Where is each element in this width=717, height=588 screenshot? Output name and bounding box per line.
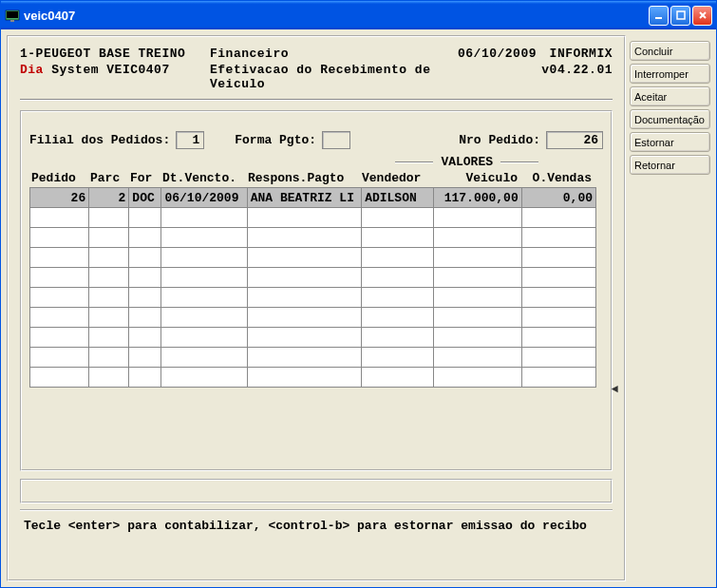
close-button[interactable] [692,6,712,26]
table-cell[interactable] [434,268,521,288]
table-cell[interactable] [161,248,247,268]
table-cell[interactable] [247,248,361,268]
table-cell[interactable] [521,308,595,328]
table-cell[interactable] [89,348,129,368]
table-cell[interactable] [362,208,434,228]
table-cell[interactable] [161,288,247,308]
data-grid[interactable]: 262DOC06/10/2009ANA BEATRIZ LIADILSON117… [29,187,596,388]
table-cell[interactable] [129,348,161,368]
table-cell[interactable] [30,348,89,368]
table-cell[interactable] [247,268,361,288]
table-cell[interactable] [161,268,247,288]
table-cell[interactable] [521,228,595,248]
table-row[interactable] [30,208,596,228]
table-row[interactable] [30,228,596,248]
table-cell[interactable] [89,248,129,268]
table-cell[interactable] [434,288,521,308]
table-cell[interactable]: DOC [129,188,161,208]
estornar-button[interactable]: Estornar [630,132,710,152]
table-cell[interactable] [30,228,89,248]
table-cell[interactable] [247,308,361,328]
retornar-button[interactable]: Retornar [630,155,710,175]
table-cell[interactable]: 2 [89,188,129,208]
table-cell[interactable] [247,208,361,228]
table-cell[interactable] [89,268,129,288]
table-cell[interactable] [521,208,595,228]
table-cell[interactable] [434,348,521,368]
table-cell[interactable] [30,328,89,348]
table-cell[interactable] [434,308,521,328]
table-cell[interactable] [129,308,161,328]
table-cell[interactable] [521,288,595,308]
table-row[interactable] [30,288,596,308]
table-cell[interactable] [521,348,595,368]
table-cell[interactable] [247,288,361,308]
table-cell[interactable] [247,348,361,368]
aceitar-button[interactable]: Aceitar [630,86,710,106]
table-cell[interactable] [434,248,521,268]
table-cell[interactable] [434,368,521,388]
table-cell[interactable] [161,328,247,348]
table-cell[interactable] [362,328,434,348]
table-cell[interactable] [434,228,521,248]
table-row[interactable]: 262DOC06/10/2009ANA BEATRIZ LIADILSON117… [30,188,596,208]
table-cell[interactable] [434,328,521,348]
table-cell[interactable] [161,208,247,228]
table-cell[interactable]: 26 [30,188,89,208]
table-cell[interactable] [129,368,161,388]
table-cell[interactable] [362,348,434,368]
table-cell[interactable] [161,308,247,328]
filial-input[interactable] [176,131,204,149]
table-cell[interactable] [89,308,129,328]
table-cell[interactable] [521,268,595,288]
table-cell[interactable] [89,368,129,388]
table-cell[interactable] [362,228,434,248]
table-cell[interactable] [247,368,361,388]
concluir-button[interactable]: Concluir [630,41,710,61]
table-cell[interactable] [247,328,361,348]
titlebar[interactable]: veic0407 [1,1,716,29]
nro-input[interactable] [546,131,603,149]
table-cell[interactable] [161,368,247,388]
table-cell[interactable] [434,208,521,228]
table-cell[interactable] [129,208,161,228]
table-cell[interactable] [89,328,129,348]
table-cell[interactable] [30,308,89,328]
table-cell[interactable] [129,268,161,288]
table-row[interactable] [30,308,596,328]
table-cell[interactable]: 0,00 [521,188,595,208]
table-cell[interactable] [362,308,434,328]
table-cell[interactable] [30,288,89,308]
table-cell[interactable] [129,228,161,248]
interromper-button[interactable]: Interromper [630,64,710,84]
table-row[interactable] [30,348,596,368]
table-cell[interactable]: ADILSON [362,188,434,208]
table-cell[interactable] [30,208,89,228]
table-cell[interactable] [30,248,89,268]
minimize-button[interactable] [649,6,669,26]
table-row[interactable] [30,248,596,268]
table-cell[interactable] [521,368,595,388]
table-cell[interactable] [362,288,434,308]
table-cell[interactable] [129,248,161,268]
forma-input[interactable] [322,131,350,149]
documentacao-button[interactable]: Documentação [630,109,710,129]
table-cell[interactable] [30,268,89,288]
table-row[interactable] [30,328,596,348]
table-cell[interactable] [89,288,129,308]
table-cell[interactable] [129,328,161,348]
table-cell[interactable] [362,368,434,388]
table-row[interactable] [30,368,596,388]
table-cell[interactable] [521,328,595,348]
table-cell[interactable]: ANA BEATRIZ LI [247,188,361,208]
table-cell[interactable] [129,288,161,308]
table-cell[interactable] [30,368,89,388]
table-cell[interactable]: 06/10/2009 [161,188,247,208]
table-cell[interactable] [89,208,129,228]
table-cell[interactable] [521,248,595,268]
table-cell[interactable] [89,228,129,248]
table-cell[interactable] [247,228,361,248]
table-cell[interactable] [161,228,247,248]
table-row[interactable] [30,268,596,288]
table-cell[interactable] [362,268,434,288]
